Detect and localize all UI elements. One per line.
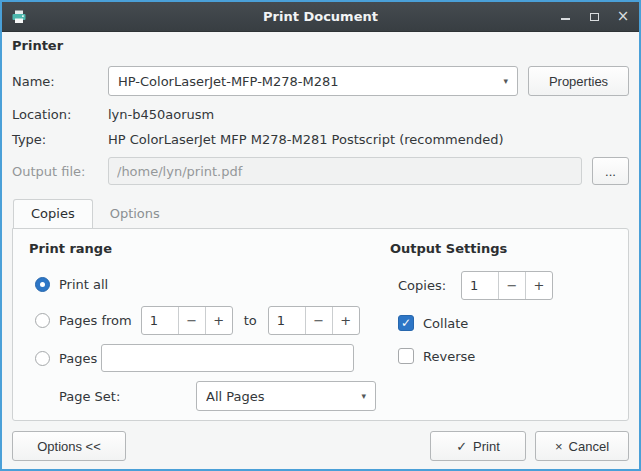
printer-app-icon[interactable] xyxy=(11,9,27,25)
printer-name-row: Name: HP-ColorLaserJet-MFP-M278-M281 ▾ P… xyxy=(12,66,629,96)
dialog-content: Printer Name: HP-ColorLaserJet-MFP-M278-… xyxy=(2,32,639,469)
tab-copies[interactable]: Copies xyxy=(13,199,93,229)
browse-button[interactable]: ... xyxy=(592,157,629,185)
copies-row: Copies: 1 − + xyxy=(398,271,612,300)
to-label: to xyxy=(244,313,257,328)
printer-section-heading: Printer xyxy=(12,38,629,58)
pages-to-value[interactable]: 1 xyxy=(269,307,305,334)
type-value: HP ColorLaserJet MFP M278-M281 Postscrip… xyxy=(108,132,504,147)
type-label: Type: xyxy=(12,132,108,147)
page-set-label: Page Set: xyxy=(59,389,120,404)
output-settings-heading: Output Settings xyxy=(390,241,612,259)
dialog-footer: Options << ✓ Print × Cancel xyxy=(12,431,629,461)
pages-from-value[interactable]: 1 xyxy=(142,307,178,334)
minimize-button[interactable] xyxy=(558,10,572,24)
location-value: lyn-b450aorusm xyxy=(108,107,214,122)
close-icon: × xyxy=(555,439,563,454)
pages-radio[interactable] xyxy=(35,351,50,366)
printer-name-combobox[interactable]: HP-ColorLaserJet-MFP-M278-M281 ▾ xyxy=(108,66,518,96)
pages-to-spinner: 1 − + xyxy=(268,306,360,335)
output-settings-group: Output Settings Copies: 1 − + ✓ Collate … xyxy=(390,241,612,412)
page-set-row: Page Set: All Pages ▾ xyxy=(35,381,376,411)
maximize-button[interactable] xyxy=(587,10,601,24)
pages-from-row: Pages from 1 − + to 1 − + xyxy=(35,306,376,335)
collate-label[interactable]: Collate xyxy=(423,316,468,331)
page-set-combobox[interactable]: All Pages ▾ xyxy=(196,381,376,411)
cancel-button-label: Cancel xyxy=(569,439,609,454)
reverse-checkbox[interactable] xyxy=(398,348,414,364)
plus-icon[interactable]: + xyxy=(205,307,232,334)
printer-name-label: Name: xyxy=(12,74,108,89)
print-all-row: Print all xyxy=(35,271,376,297)
tab-options[interactable]: Options xyxy=(93,200,177,228)
minus-icon[interactable]: − xyxy=(498,272,525,299)
print-range-group: Print range Print all Pages from 1 − + t… xyxy=(29,241,390,412)
window-title: Print Document xyxy=(2,9,639,24)
location-label: Location: xyxy=(12,107,108,122)
print-button-label: Print xyxy=(473,439,500,454)
collate-row: ✓ Collate xyxy=(398,312,612,334)
check-icon: ✓ xyxy=(456,439,467,454)
pages-row: Pages xyxy=(35,344,376,372)
titlebar[interactable]: Print Document × xyxy=(2,2,639,32)
page-set-value: All Pages xyxy=(206,389,355,404)
copies-tab-panel: Print range Print all Pages from 1 − + t… xyxy=(12,228,629,421)
plus-icon[interactable]: + xyxy=(525,272,552,299)
chevron-down-icon: ▾ xyxy=(361,391,366,401)
print-all-label[interactable]: Print all xyxy=(59,277,108,292)
pages-from-spinner: 1 − + xyxy=(141,306,233,335)
copies-value[interactable]: 1 xyxy=(462,272,498,299)
maximize-icon xyxy=(590,13,599,21)
output-file-row: Output file: ... xyxy=(12,156,629,186)
minus-icon[interactable]: − xyxy=(305,307,332,334)
plus-icon[interactable]: + xyxy=(332,307,359,334)
close-button[interactable]: × xyxy=(616,10,630,24)
pages-label[interactable]: Pages xyxy=(59,351,97,366)
check-icon: ✓ xyxy=(401,317,411,329)
pages-field[interactable] xyxy=(101,344,354,372)
output-file-field xyxy=(108,157,582,185)
collate-checkbox[interactable]: ✓ xyxy=(398,315,414,331)
reverse-label[interactable]: Reverse xyxy=(423,349,475,364)
copies-label: Copies: xyxy=(398,278,453,293)
reverse-row: Reverse xyxy=(398,345,612,367)
close-icon: × xyxy=(617,9,630,24)
pages-from-radio[interactable] xyxy=(35,313,50,328)
options-toggle-button[interactable]: Options << xyxy=(12,431,126,461)
properties-button[interactable]: Properties xyxy=(528,66,629,96)
minimize-icon xyxy=(561,18,570,20)
print-dialog-window: Print Document × Printer Name: HP-ColorL… xyxy=(0,0,641,471)
print-all-radio[interactable] xyxy=(35,277,50,292)
copies-spinner: 1 − + xyxy=(461,271,553,300)
print-button[interactable]: ✓ Print xyxy=(430,431,526,461)
tab-bar: Copies Options xyxy=(12,197,629,228)
printer-type-row: Type: HP ColorLaserJet MFP M278-M281 Pos… xyxy=(12,128,629,150)
printer-location-row: Location: lyn-b450aorusm xyxy=(12,103,629,125)
cancel-button[interactable]: × Cancel xyxy=(535,431,629,461)
output-file-label: Output file: xyxy=(12,164,108,179)
minus-icon[interactable]: − xyxy=(178,307,205,334)
printer-name-value: HP-ColorLaserJet-MFP-M278-M281 xyxy=(118,74,497,89)
pages-from-label[interactable]: Pages from xyxy=(59,313,132,328)
chevron-down-icon: ▾ xyxy=(503,76,508,86)
print-range-heading: Print range xyxy=(29,241,376,259)
